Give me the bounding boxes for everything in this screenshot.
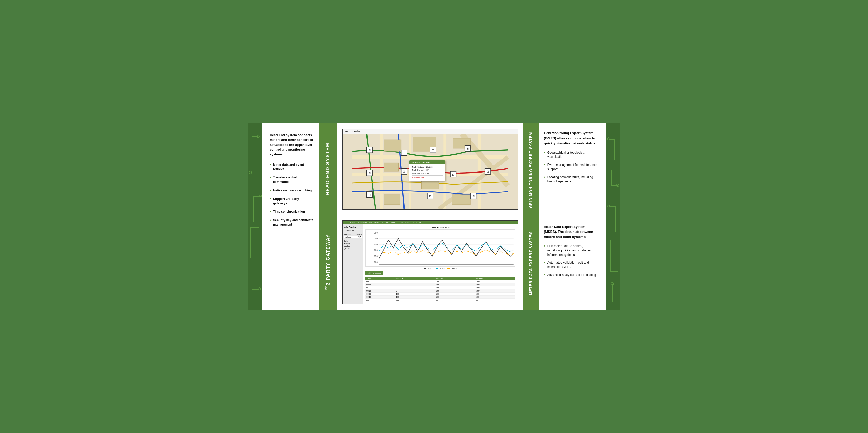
readings-table: Time Phase 1 Phase 2 Phase 3 00:00020010… xyxy=(366,277,516,302)
show-readings-container: ▶ Show readings xyxy=(366,270,516,275)
map-body: ⊡ ⊡ ⊡ ⊡ xyxy=(343,134,518,209)
popup-row-3: Power = 1397.2 W xyxy=(412,172,442,174)
svg-text:⊡: ⊡ xyxy=(403,170,405,173)
quarterly-label: Qu-Rte xyxy=(344,248,362,250)
intro-text: Head-End system connects meters and othe… xyxy=(270,133,314,157)
left-bullet-item: Support 3rd party gateways xyxy=(270,197,314,206)
monthly-label[interactable]: Monthly xyxy=(344,245,362,247)
map-screenshot-area: Map Satellite xyxy=(337,123,523,215)
measuring-component-label: Measuring Component xyxy=(344,233,362,235)
left-bullet-item: Security key and certificate management xyxy=(270,218,314,227)
table-row: 05:00109200100 xyxy=(366,292,516,296)
mdes-bullet-item: Automated validation, edit and estimatio… xyxy=(544,260,598,269)
svg-text:350: 350 xyxy=(374,231,378,234)
col-time: Time xyxy=(366,277,395,280)
svg-rect-3 xyxy=(255,157,256,173)
svg-text:150: 150 xyxy=(374,255,378,257)
meter-screenshot-area: Enertive Meter Data Management Device Re… xyxy=(337,215,523,310)
main-card: Head-End system connects meters and othe… xyxy=(248,123,620,310)
svg-text:⊡: ⊡ xyxy=(429,194,431,197)
phase1-legend: Phase 1 xyxy=(424,268,434,269)
right-top-container: GRID MONITORING EXPERT SYSTEM Grid Monit… xyxy=(523,123,606,216)
left-bullet-item: Native web service linking xyxy=(270,188,314,193)
col-phase2: Phase 2 xyxy=(435,277,475,280)
gmes-label: GRID MONITORING EXPERT SYSTEM xyxy=(529,132,533,208)
nav-load[interactable]: Load xyxy=(391,221,396,223)
svg-text:⊡: ⊡ xyxy=(368,149,371,152)
app-title: Enertive Meter Data Management xyxy=(345,221,372,223)
mdes-label-box: METER DATA EXPERT SYSTEM xyxy=(523,217,539,310)
meter-reading-label: Meter Reading xyxy=(344,226,362,228)
svg-rect-20 xyxy=(384,194,400,205)
gmes-bullet-item: Locating network faults, including low v… xyxy=(544,175,598,184)
svg-text:250: 250 xyxy=(374,243,378,246)
disconnect-button[interactable]: ◆ Disconnect xyxy=(412,177,442,179)
map-screenshot: Map Satellite xyxy=(342,129,518,210)
weekly-label[interactable]: Weekly xyxy=(344,243,362,244)
center-top: HEAD-END SYSTEM Map Satellite xyxy=(319,123,523,215)
phase2-legend: Phase 2 xyxy=(436,268,445,269)
center-bottom: rd3 PARTY GATEWAY Enertive Meter Data Ma… xyxy=(319,215,523,310)
svg-text:⊡: ⊡ xyxy=(432,149,434,152)
nav-devices[interactable]: Device xyxy=(374,221,379,223)
svg-rect-15 xyxy=(384,140,401,151)
svg-rect-11 xyxy=(252,268,252,289)
mdes-bullet-list: Link meter data to control, monitoring, … xyxy=(544,244,598,277)
popup-row-1: RMS Voltage = 211.2V xyxy=(412,166,442,168)
circuit-left-decoration xyxy=(248,123,262,310)
show-readings-button[interactable]: ▶ Show readings xyxy=(366,271,383,275)
gmes-title: Grid Monitoring Expert System (GMES) all… xyxy=(544,131,598,146)
mdes-bullet-item: Advanced analytics and forecasting xyxy=(544,273,598,277)
svg-text:⊡: ⊡ xyxy=(466,147,469,150)
svg-rect-0 xyxy=(252,136,252,157)
table-row: 05:15109200100 xyxy=(366,296,516,299)
svg-text:300: 300 xyxy=(374,237,378,240)
table-row: 00:000200100 xyxy=(366,280,516,283)
gateway-label: rd3 PARTY GATEWAY xyxy=(326,234,331,290)
table-row: 03:150200100 xyxy=(366,289,516,292)
gmes-label-box: GRID MONITORING EXPERT SYSTEM xyxy=(523,123,539,216)
head-end-label-box: HEAD-END SYSTEM xyxy=(319,123,337,215)
daily-label[interactable]: Daily xyxy=(344,240,362,242)
svg-rect-69 xyxy=(613,284,613,302)
meter-screenshot: Enertive Meter Data Management Device Re… xyxy=(342,220,518,304)
nav-vee[interactable]: VEE xyxy=(419,221,423,223)
center-panel: HEAD-END SYSTEM Map Satellite xyxy=(319,123,523,310)
nav-readings[interactable]: Readings xyxy=(381,221,389,223)
left-panel: Head-End system connects meters and othe… xyxy=(262,123,319,310)
meter-body: Meter Reading DVE0000001111... Measuring… xyxy=(343,224,518,304)
map-popup: DVD0C091741S4-A RMS Voltage = 211.2V RMS… xyxy=(409,160,445,181)
gmes-bullet-item: Event management for maintenance support xyxy=(544,163,598,172)
svg-rect-67 xyxy=(610,240,611,271)
head-end-label: HEAD-END SYSTEM xyxy=(326,143,331,195)
bullet-list: Meter data and event retrievalTransfer c… xyxy=(270,163,314,231)
right-top: Grid Monitoring Expert System (GMES) all… xyxy=(539,123,606,216)
right-bottom-container: METER DATA EXPERT SYSTEM Meter Data Expe… xyxy=(523,217,606,310)
svg-text:⊡: ⊡ xyxy=(472,194,475,197)
svg-rect-10 xyxy=(250,227,259,228)
popup-row-2: RMS Current = 6A xyxy=(412,169,442,171)
table-row: 00:150200100 xyxy=(366,283,516,286)
measuring-component-select[interactable]: Voltage xyxy=(344,236,362,239)
chart-legend: Phase 1 Phase 2 Phase 3 xyxy=(366,268,516,269)
right-panel: GRID MONITORING EXPERT SYSTEM Grid Monit… xyxy=(523,123,606,310)
svg-rect-19 xyxy=(422,180,439,189)
meter-content: Monthly Readings 350 300 250 200 150 xyxy=(363,224,518,304)
nav-events[interactable]: Events xyxy=(398,221,403,223)
map-tab[interactable]: Map xyxy=(345,130,349,133)
meter-id: DVE0000001111... xyxy=(344,229,362,232)
map-toolbar: Map Satellite xyxy=(343,129,518,134)
chart-area: 350 300 250 200 150 100 xyxy=(366,229,516,267)
circuit-right-decoration xyxy=(606,123,620,310)
nav-outage[interactable]: Outage xyxy=(405,221,411,223)
mdes-bullet-item: Link meter data to control, monitoring, … xyxy=(544,244,598,257)
gmes-bullet-list: Geographical or topological visualizatio… xyxy=(544,151,598,184)
nav-logs[interactable]: Logs xyxy=(413,221,417,223)
svg-text:⊡: ⊡ xyxy=(368,193,371,196)
left-bullet-item: Meter data and event retrieval xyxy=(270,163,314,172)
svg-text:200: 200 xyxy=(374,249,378,251)
mdes-label: METER DATA EXPERT SYSTEM xyxy=(529,231,533,295)
satellite-tab[interactable]: Satellite xyxy=(352,130,360,133)
svg-rect-9 xyxy=(250,227,251,258)
svg-rect-61 xyxy=(611,170,612,185)
